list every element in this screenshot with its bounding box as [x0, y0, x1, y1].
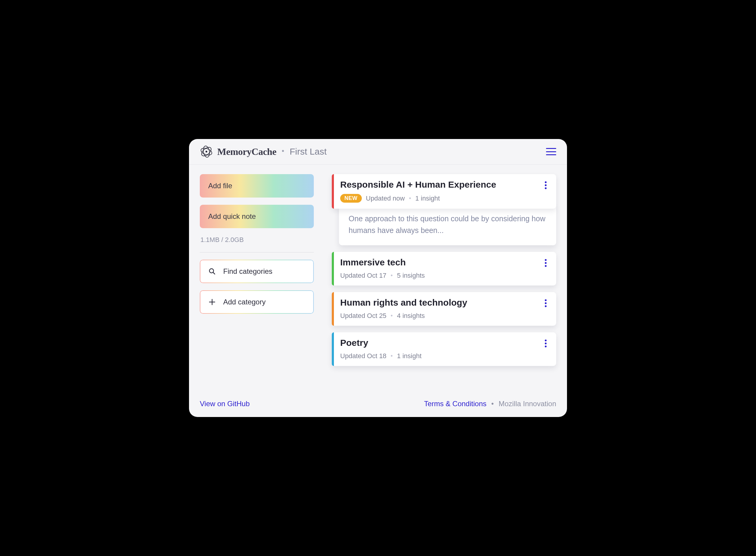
main-content: Add file Add quick note 1.1MB / 2.0GB Fi… — [189, 165, 567, 394]
header-separator: • — [280, 147, 285, 157]
add-quick-note-button[interactable]: Add quick note — [200, 205, 314, 228]
svg-point-3 — [205, 151, 207, 152]
svg-line-5 — [213, 273, 215, 274]
card-menu-button[interactable] — [543, 338, 548, 349]
updated-label: Updated Oct 17 — [340, 272, 386, 279]
add-category-button[interactable]: Add category — [200, 290, 314, 314]
add-category-label: Add category — [223, 298, 265, 306]
find-categories-label: Find categories — [223, 267, 272, 276]
insights-count: 4 insights — [397, 312, 425, 320]
category-card[interactable]: Immersive tech Updated Oct 17 • 5 insigh… — [332, 252, 556, 285]
updated-label: Updated Oct 18 — [340, 352, 386, 360]
sidebar: Add file Add quick note 1.1MB / 2.0GB Fi… — [200, 174, 314, 391]
meta-separator: • — [390, 352, 393, 359]
category-title: Human rights and technology — [340, 298, 467, 308]
category-title: Poetry — [340, 338, 368, 348]
add-note-label: Add quick note — [208, 212, 256, 221]
header-left: MemoryCache • First Last — [200, 145, 327, 158]
add-file-label: Add file — [208, 182, 232, 190]
updated-label: Updated now — [366, 195, 405, 202]
insights-count: 1 insight — [415, 195, 440, 202]
insights-count: 5 insights — [397, 272, 425, 279]
category-list: Responsible AI + Human Experience NEW Up… — [332, 174, 556, 391]
org-label: Mozilla Innovation — [499, 399, 556, 408]
card-menu-button[interactable] — [543, 179, 548, 191]
category-meta: Updated Oct 18 • 1 insight — [340, 352, 548, 360]
footer: View on GitHub Terms & Conditions • Mozi… — [189, 394, 567, 417]
category-card[interactable]: Human rights and technology Updated Oct … — [332, 292, 556, 326]
category-meta: Updated Oct 17 • 5 insights — [340, 272, 548, 279]
logo-icon — [200, 145, 213, 158]
app-window: MemoryCache • First Last Add file Add qu… — [189, 139, 567, 417]
category-card[interactable]: Poetry Updated Oct 18 • 1 insight — [332, 332, 556, 366]
card-menu-button[interactable] — [543, 298, 548, 309]
meta-separator: • — [390, 272, 393, 279]
header: MemoryCache • First Last — [189, 139, 567, 165]
sidebar-divider — [200, 252, 314, 252]
add-file-button[interactable]: Add file — [200, 174, 314, 198]
card-menu-button[interactable] — [543, 257, 548, 269]
category-meta: NEW Updated now • 1 insight — [340, 194, 548, 203]
brand-name: MemoryCache — [217, 146, 276, 157]
footer-separator: • — [491, 399, 493, 408]
storage-usage: 1.1MB / 2.0GB — [200, 235, 314, 244]
category-title: Responsible AI + Human Experience — [340, 179, 496, 190]
user-name: First Last — [290, 146, 327, 157]
updated-label: Updated Oct 25 — [340, 312, 386, 320]
new-badge: NEW — [340, 194, 362, 203]
meta-separator: • — [390, 312, 393, 319]
category-card[interactable]: Responsible AI + Human Experience NEW Up… — [332, 174, 556, 209]
search-icon — [208, 268, 216, 275]
insights-count: 1 insight — [397, 352, 421, 360]
terms-link[interactable]: Terms & Conditions — [424, 399, 486, 408]
plus-icon — [208, 298, 216, 306]
github-link[interactable]: View on GitHub — [200, 399, 250, 408]
meta-separator: • — [409, 195, 411, 202]
insight-preview[interactable]: One approach to this question could be b… — [339, 205, 556, 245]
category-meta: Updated Oct 25 • 4 insights — [340, 312, 548, 320]
find-categories-button[interactable]: Find categories — [200, 260, 314, 283]
category-title: Immersive tech — [340, 257, 406, 268]
menu-button[interactable] — [546, 148, 556, 155]
